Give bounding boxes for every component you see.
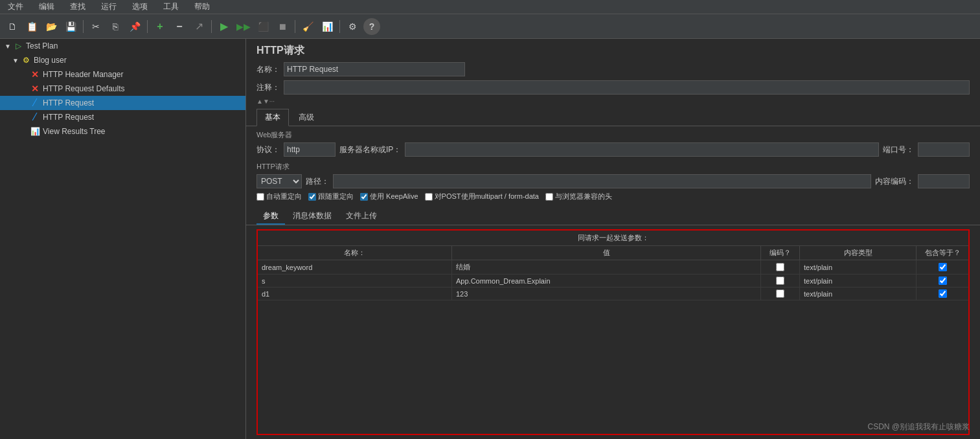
sub-tab-params[interactable]: 参数 bbox=[256, 208, 285, 225]
include-checkbox-2[interactable] bbox=[939, 289, 947, 298]
resize-dots: ▲▼··· bbox=[256, 98, 275, 105]
tree-item-http-request-2[interactable]: ⁄ HTTP Request bbox=[0, 110, 245, 124]
tree-item-http-header-mgr[interactable]: ✕ HTTP Header Manager bbox=[0, 67, 245, 82]
stop-all-button[interactable]: ⏹ bbox=[274, 18, 291, 35]
multipart-label: 对POST使用multipart / form-data bbox=[435, 192, 539, 201]
col-content-type: 内容类型 bbox=[800, 246, 917, 260]
help-button[interactable]: ? bbox=[363, 18, 380, 35]
port-label: 端口号： bbox=[883, 144, 914, 155]
copy-button[interactable]: ⎘ bbox=[107, 18, 124, 35]
menu-edit[interactable]: 编辑 bbox=[36, 0, 57, 14]
port-input[interactable] bbox=[918, 142, 970, 157]
tree-item-http-request-1[interactable]: ⁄ HTTP Request bbox=[0, 96, 245, 110]
sub-tabs-bar: 参数 消息体数据 文件上传 bbox=[246, 206, 980, 225]
tree-item-view-results[interactable]: 📊 View Results Tree bbox=[0, 124, 245, 139]
sub-tab-body[interactable]: 消息体数据 bbox=[286, 208, 338, 225]
tab-basic[interactable]: 基本 bbox=[256, 109, 289, 126]
menu-file[interactable]: 文件 bbox=[5, 0, 26, 14]
checkbox-auto-redirect[interactable]: 自动重定向 bbox=[256, 192, 302, 201]
tabs-bar: 基本 高级 bbox=[246, 106, 980, 126]
menu-help[interactable]: 帮助 bbox=[192, 0, 212, 14]
toolbar-sep-4 bbox=[295, 20, 295, 33]
paste-button[interactable]: 📌 bbox=[126, 18, 143, 35]
sub-tab-files[interactable]: 文件上传 bbox=[339, 208, 383, 225]
checkbox-follow-redirect[interactable]: 跟随重定向 bbox=[308, 192, 354, 201]
cut-button[interactable]: ✂ bbox=[87, 18, 104, 35]
tree-item-test-plan[interactable]: ▼ ▷ Test Plan bbox=[0, 39, 245, 53]
cell-value-2: 123 bbox=[452, 287, 761, 300]
menu-options[interactable]: 选项 bbox=[130, 0, 150, 14]
tree-item-blog-user[interactable]: ▼ ⚙ Blog user bbox=[0, 53, 245, 67]
menu-find[interactable]: 查找 bbox=[67, 0, 88, 14]
left-panel: ▼ ▷ Test Plan ▼ ⚙ Blog user ✕ HTTP Heade… bbox=[0, 39, 246, 439]
http-request-1-label: HTTP Request bbox=[43, 98, 94, 107]
col-encode: 编码？ bbox=[761, 246, 800, 260]
encode-checkbox-2[interactable] bbox=[776, 289, 784, 298]
settings-button[interactable]: ⚙ bbox=[344, 18, 361, 35]
view-results-label: View Results Tree bbox=[43, 127, 106, 136]
method-select[interactable]: POST GET PUT DELETE PATCH HEAD OPTIONS bbox=[256, 174, 302, 188]
keepalive-label: 使用 KeepAlive bbox=[370, 192, 418, 201]
checkbox-browser-compat[interactable]: 与浏览器兼容的头 bbox=[545, 192, 612, 201]
menu-tools[interactable]: 工具 bbox=[161, 0, 181, 14]
expand-button[interactable]: ↗ bbox=[190, 18, 207, 35]
stop-button[interactable]: ⬛ bbox=[255, 18, 271, 35]
server-input[interactable] bbox=[405, 142, 879, 157]
table-row: s App.Common_Dream.Explain text/plain bbox=[258, 275, 968, 287]
clear-button[interactable]: 🧹 bbox=[299, 18, 316, 35]
cell-include-0[interactable] bbox=[917, 260, 968, 274]
remove-button[interactable]: − bbox=[171, 18, 188, 35]
path-input[interactable] bbox=[333, 174, 871, 188]
templates-button[interactable]: 📋 bbox=[23, 18, 40, 35]
comment-row: 注释： bbox=[246, 78, 980, 96]
run-all-button[interactable]: ▶▶ bbox=[235, 18, 252, 35]
right-panel: HTTP请求 名称： 注释： ▲▼··· 基本 高级 Web服务器 协议： 服务… bbox=[246, 39, 980, 439]
params-columns: 名称： 值 编码？ 内容类型 包含等于？ bbox=[258, 246, 968, 260]
expand-icon: ▼ bbox=[4, 42, 12, 50]
add-button[interactable]: + bbox=[152, 18, 168, 35]
menu-run[interactable]: 运行 bbox=[98, 0, 119, 14]
tree-item-http-request-defaults[interactable]: ✕ HTTP Request Defaults bbox=[0, 82, 245, 96]
http-request-section-label: HTTP请求 bbox=[256, 162, 970, 172]
results-button[interactable]: 📊 bbox=[319, 18, 336, 35]
encode-checkbox-1[interactable] bbox=[776, 276, 784, 285]
cell-encode-1[interactable] bbox=[761, 275, 800, 287]
name-input[interactable] bbox=[284, 62, 465, 76]
method-row: POST GET PUT DELETE PATCH HEAD OPTIONS 路… bbox=[246, 173, 980, 190]
save-button[interactable]: 💾 bbox=[62, 18, 79, 35]
tab-advanced[interactable]: 高级 bbox=[290, 109, 323, 126]
follow-redirect-checkbox[interactable] bbox=[308, 193, 316, 201]
auto-redirect-checkbox[interactable] bbox=[256, 193, 264, 201]
comment-input[interactable] bbox=[284, 80, 970, 95]
cell-name-2: d1 bbox=[258, 287, 452, 300]
no-expand-4 bbox=[21, 113, 28, 121]
keepalive-checkbox[interactable] bbox=[360, 193, 368, 201]
cell-encode-0[interactable] bbox=[761, 260, 800, 274]
follow-redirect-label: 跟随重定向 bbox=[318, 192, 354, 201]
col-value: 值 bbox=[452, 246, 761, 260]
comment-label: 注释： bbox=[256, 82, 280, 93]
open-button[interactable]: 📂 bbox=[43, 18, 60, 35]
encoding-input[interactable] bbox=[918, 174, 970, 188]
browser-compat-checkbox[interactable] bbox=[545, 193, 553, 201]
checkbox-multipart[interactable]: 对POST使用multipart / form-data bbox=[425, 192, 539, 201]
protocol-input[interactable] bbox=[284, 142, 336, 157]
params-table-body: dream_keyword 结婚 text/plain s App.Common… bbox=[258, 260, 968, 300]
col-name: 名称： bbox=[258, 246, 452, 260]
no-expand-5 bbox=[21, 128, 28, 135]
cell-include-2[interactable] bbox=[917, 287, 968, 300]
include-checkbox-0[interactable] bbox=[939, 263, 947, 271]
toolbar-sep-3 bbox=[211, 20, 212, 33]
cell-encode-2[interactable] bbox=[761, 287, 800, 300]
cell-include-1[interactable] bbox=[917, 275, 968, 287]
checkbox-keepalive[interactable]: 使用 KeepAlive bbox=[360, 192, 418, 201]
include-checkbox-1[interactable] bbox=[939, 276, 947, 285]
multipart-checkbox[interactable] bbox=[425, 193, 433, 201]
cell-name-0: dream_keyword bbox=[258, 260, 452, 274]
new-button[interactable]: 🗋 bbox=[4, 18, 21, 35]
encode-checkbox-0[interactable] bbox=[776, 263, 784, 271]
resize-handle[interactable]: ▲▼··· bbox=[256, 96, 970, 106]
run-button[interactable]: ▶ bbox=[216, 18, 233, 35]
toolbar-sep-2 bbox=[147, 20, 148, 33]
menubar: 文件 编辑 查找 运行 选项 工具 帮助 bbox=[0, 0, 980, 14]
